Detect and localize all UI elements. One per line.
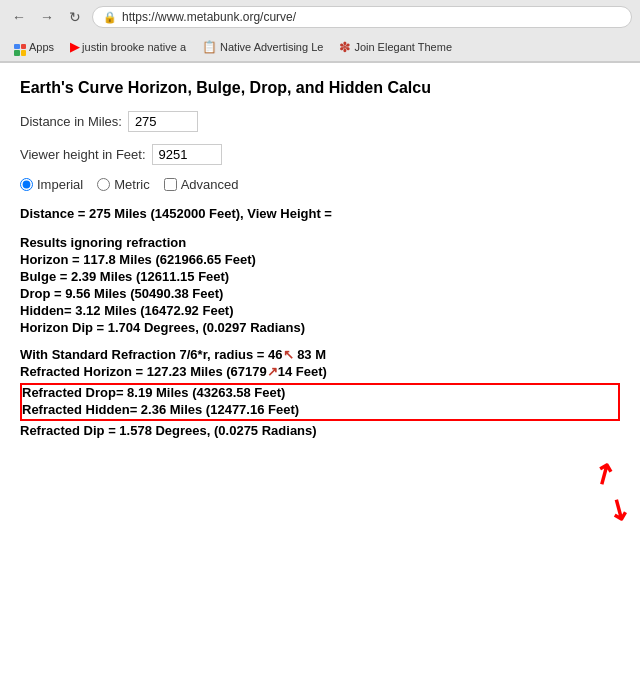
forward-button[interactable]: → xyxy=(36,6,58,28)
horizon-dip-line: Horizon Dip = 1.704 Degrees, (0.0297 Rad… xyxy=(20,320,620,335)
book-icon: 📋 xyxy=(202,40,217,54)
elegant-icon: ✽ xyxy=(339,39,351,55)
bookmark-apps[interactable]: Apps xyxy=(8,37,60,58)
distance-row: Distance in Miles: xyxy=(20,111,620,132)
refracted-horizon-end: 14 Feet) xyxy=(278,364,327,379)
page-title: Earth's Curve Horizon, Bulge, Drop, and … xyxy=(20,79,620,97)
refracted-hidden-line: Refracted Hidden= 2.36 Miles (12477.16 F… xyxy=(22,402,618,417)
section-ignoring-refraction-title: Results ignoring refraction xyxy=(20,235,620,250)
bookmark-elegant-label: Join Elegant Theme xyxy=(354,41,452,53)
nav-bar: ← → ↻ 🔒 https://www.metabunk.org/curve/ xyxy=(0,0,640,34)
refracted-dip-line: Refracted Dip = 1.578 Degrees, (0.0275 R… xyxy=(20,423,620,438)
bookmark-justin[interactable]: ▶ justin brooke native a xyxy=(64,38,192,56)
distance-label: Distance in Miles: xyxy=(20,114,122,129)
metric-option[interactable]: Metric xyxy=(97,177,149,192)
bulge-line: Bulge = 2.39 Miles (12611.15 Feet) xyxy=(20,269,620,284)
viewer-height-row: Viewer height in Feet: xyxy=(20,144,620,165)
viewer-height-input[interactable] xyxy=(152,144,222,165)
back-button[interactable]: ← xyxy=(8,6,30,28)
advanced-checkbox[interactable] xyxy=(164,178,177,191)
refraction-title-line: With Standard Refraction 7/6*r, radius =… xyxy=(20,347,620,362)
advanced-label: Advanced xyxy=(181,177,239,192)
refracted-horizon-text: Refracted Horizon = 127.23 Miles (67179 xyxy=(20,364,267,379)
bookmark-apps-label: Apps xyxy=(29,41,54,53)
metric-label: Metric xyxy=(114,177,149,192)
units-group: Imperial Metric Advanced xyxy=(20,177,620,192)
url-text: https://www.metabunk.org/curve/ xyxy=(122,10,296,24)
slash-mark: ↗ xyxy=(267,364,278,379)
refraction-end-text: 83 M xyxy=(297,347,326,362)
hidden-line: Hidden= 3.12 Miles (16472.92 Feet) xyxy=(20,303,620,318)
page-content: Earth's Curve Horizon, Bulge, Drop, and … xyxy=(0,63,640,675)
horizon-line: Horizon = 117.8 Miles (621966.65 Feet) xyxy=(20,252,620,267)
imperial-label: Imperial xyxy=(37,177,83,192)
lock-icon: 🔒 xyxy=(103,11,117,24)
reload-button[interactable]: ↻ xyxy=(64,6,86,28)
advanced-option[interactable]: Advanced xyxy=(164,177,239,192)
bookmarks-bar: Apps ▶ justin brooke native a 📋 Native A… xyxy=(0,34,640,62)
distance-input[interactable] xyxy=(128,111,198,132)
youtube-icon: ▶ xyxy=(70,40,79,54)
browser-chrome: ← → ↻ 🔒 https://www.metabunk.org/curve/ … xyxy=(0,0,640,63)
red-arrow-top: ↗ xyxy=(585,454,621,494)
refraction-title-end: ↖ xyxy=(283,347,294,362)
imperial-option[interactable]: Imperial xyxy=(20,177,83,192)
metric-radio[interactable] xyxy=(97,178,110,191)
bookmark-elegant[interactable]: ✽ Join Elegant Theme xyxy=(333,37,458,57)
bookmark-native[interactable]: 📋 Native Advertising Le xyxy=(196,38,329,56)
distance-result-line: Distance = 275 Miles (1452000 Feet), Vie… xyxy=(20,206,620,221)
apps-grid-icon xyxy=(14,39,26,56)
bookmark-native-label: Native Advertising Le xyxy=(220,41,323,53)
refraction-title-text: With Standard Refraction 7/6*r, radius =… xyxy=(20,347,283,362)
bookmark-justin-label: justin brooke native a xyxy=(82,41,186,53)
imperial-radio[interactable] xyxy=(20,178,33,191)
viewer-height-label: Viewer height in Feet: xyxy=(20,147,146,162)
address-bar[interactable]: 🔒 https://www.metabunk.org/curve/ xyxy=(92,6,632,28)
refracted-horizon-line: Refracted Horizon = 127.23 Miles (67179↗… xyxy=(20,364,620,379)
highlighted-section: Refracted Drop= 8.19 Miles (43263.58 Fee… xyxy=(20,383,620,421)
refracted-drop-line: Refracted Drop= 8.19 Miles (43263.58 Fee… xyxy=(22,385,618,400)
red-arrow-bottom: ↘ xyxy=(600,489,636,529)
drop-line: Drop = 9.56 Miles (50490.38 Feet) xyxy=(20,286,620,301)
